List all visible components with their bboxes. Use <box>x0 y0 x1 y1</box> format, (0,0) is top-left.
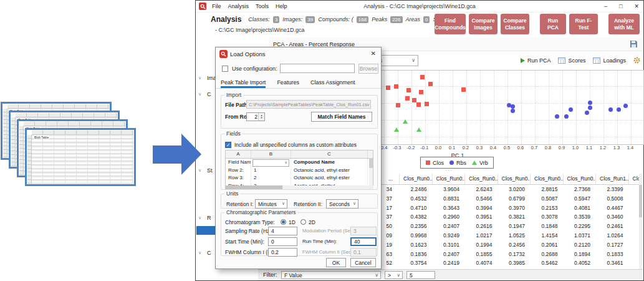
table-cell: 0.3461 <box>596 259 629 268</box>
sidebar-item[interactable]: St <box>207 167 213 174</box>
sheet-grid <box>32 135 133 184</box>
filter-field-dropdown[interactable]: F Value ∨ <box>281 271 381 279</box>
configuration-input[interactable] <box>280 64 355 73</box>
parameter-input[interactable]: 0.2 <box>268 248 297 257</box>
radio-1d[interactable] <box>281 219 286 225</box>
data-point-clos <box>405 96 410 101</box>
parameter-input[interactable]: 0 <box>268 237 297 246</box>
data-point-rbs <box>511 109 515 113</box>
table-cell: 0.5947 <box>564 194 597 204</box>
table-cell <box>629 222 640 231</box>
column-header[interactable]: Clos <box>629 174 640 184</box>
ok-button[interactable]: OK <box>326 258 346 267</box>
table-cell: 0.9968 <box>400 231 433 240</box>
filter-threshold-input[interactable]: 5 <box>406 271 435 279</box>
field-name-dropdown[interactable]: ∨ <box>252 159 289 167</box>
fields-grid-hscrollbar[interactable] <box>225 185 373 189</box>
minimize-button[interactable]: – <box>604 3 607 9</box>
close-button[interactable]: ✕ <box>634 3 639 9</box>
run-pca-button[interactable]: Run PCA <box>540 14 566 34</box>
menu-help[interactable]: Help <box>276 3 287 9</box>
chevron-down-icon[interactable]: ∨ <box>198 215 201 220</box>
scores-button[interactable]: Scores <box>558 57 585 64</box>
browse-button[interactable]: Browse <box>358 64 378 74</box>
save-icon[interactable] <box>630 39 638 51</box>
dialog-title: Load Options <box>230 51 266 57</box>
project-path: - C:\GC Image\projects\Wine1D.gca <box>215 27 305 33</box>
sidebar-item[interactable]: R <box>207 215 211 221</box>
fields-grid-vscrollbar[interactable] <box>369 158 373 189</box>
column-header[interactable]: Clos_Run0... <box>498 174 531 184</box>
table-vertical-scrollbar[interactable] <box>639 174 642 269</box>
gear-icon[interactable] <box>633 57 640 65</box>
compare-classes-button[interactable]: Compare Classes <box>501 14 529 34</box>
menu-tools[interactable]: Tools <box>256 3 269 9</box>
analysis-summary: Analysis Classes: 3 Images: 39 Compounds… <box>211 15 446 24</box>
compare-images-button[interactable]: Compare Images <box>469 14 497 34</box>
parameter-row: Sampling Rate (Hz):4Modulation Period (S… <box>221 227 377 237</box>
from-row-spinner[interactable]: 2 ▲▼ <box>246 112 265 121</box>
maximize-button[interactable]: □ <box>619 3 622 9</box>
run-pca-toolbar-button[interactable]: Run PCA <box>521 57 551 64</box>
chevron-down-icon[interactable]: ∨ <box>198 76 201 81</box>
areas-label: Areas <box>406 16 421 22</box>
menu-file[interactable]: File <box>212 3 221 9</box>
table-cell: 0.2688 <box>531 250 564 259</box>
splitter-handle[interactable]: ··· <box>445 167 453 173</box>
radio-2d[interactable] <box>300 219 306 225</box>
use-configuration-checkbox[interactable] <box>222 66 228 72</box>
match-field-names-button[interactable]: Match Field Names <box>311 112 372 122</box>
retention1-dropdown[interactable]: Minutes ∨ <box>255 199 287 209</box>
chevron-down-icon[interactable]: ∨ <box>198 250 201 255</box>
column-header[interactable]: Clos_Run0... <box>531 174 564 184</box>
include-columns-checkbox[interactable]: ✓ <box>225 142 231 148</box>
filter-operator-dropdown[interactable]: > ∨ <box>385 271 403 279</box>
data-point-vrb <box>403 119 408 124</box>
data-point-rbs <box>588 101 592 105</box>
retention2-dropdown[interactable]: Seconds ∨ <box>326 199 358 209</box>
column-header[interactable]: Clos_Run0... <box>564 174 597 184</box>
column-header[interactable]: Clos_Run1... <box>596 174 629 184</box>
run-time-input-focused[interactable]: 40 <box>350 237 377 246</box>
data-point-clos <box>425 102 429 106</box>
column-header[interactable]: Clos_Run0... <box>433 174 466 184</box>
cancel-button[interactable]: Cancel <box>350 258 376 267</box>
fields-grid-row[interactable]: Row 2:1Octanoic acid, ethyl ester <box>226 167 373 175</box>
data-point-clos <box>420 75 425 79</box>
import-legend: Import <box>224 92 243 98</box>
table-cell: 0.2153 <box>531 204 564 213</box>
close-icon[interactable]: ✕ <box>371 50 376 57</box>
analyze-with-ml-button[interactable]: Analyze with ML <box>608 14 640 34</box>
gc-image-app-icon <box>219 50 228 58</box>
sidebar-item[interactable]: C <box>207 250 211 256</box>
run-f-test-button[interactable]: Run F-Test <box>569 14 598 34</box>
right-arrow-graphic <box>153 134 203 175</box>
menu-analysis[interactable]: Analysis <box>228 3 249 9</box>
data-point-rbs <box>511 104 515 109</box>
table-cell: 0.2356 <box>400 222 433 231</box>
table-cell <box>629 231 640 240</box>
parameter-input[interactable]: 4 <box>268 227 297 235</box>
fields-grid-row[interactable]: Field Names:∨Compound Name <box>226 159 373 167</box>
sidebar-item[interactable]: C <box>207 91 211 97</box>
play-icon <box>521 58 525 63</box>
chevron-down-icon[interactable]: ∨ <box>198 92 201 97</box>
chromatographic-rows: Sampling Rate (Hz):4Modulation Period (S… <box>221 227 377 259</box>
column-header[interactable]: Clos_Run0... <box>465 174 498 184</box>
tab-peak-table-import[interactable]: Peak Table Import <box>221 77 266 88</box>
tab-class-assignment[interactable]: Class Assignment <box>310 77 355 88</box>
run-pca-label: Run PCA <box>527 57 551 64</box>
find-compounds-button[interactable]: Find Compounds <box>435 14 466 34</box>
fields-grid[interactable]: ABCField Names:∨Compound NameRow 2:1Octa… <box>225 150 373 189</box>
spinner-arrows-icon[interactable]: ▲▼ <box>258 113 264 121</box>
images-label: Images: <box>282 16 302 22</box>
scrollbar-thumb[interactable] <box>369 158 373 168</box>
chevron-down-icon: ∨ <box>285 160 287 164</box>
chevron-down-icon: ∨ <box>282 201 285 206</box>
tab-features[interactable]: Features <box>277 77 299 88</box>
radio-2d-label: 2D <box>309 219 315 225</box>
loadings-button[interactable]: Loadings <box>593 57 626 64</box>
fields-grid-row[interactable]: Row 3:2Octanoic acid, ethyl ester <box>226 174 373 182</box>
column-header[interactable]: Clos_Run0... <box>400 174 433 184</box>
menu-bar: File Analysis Tools Help <box>212 1 287 12</box>
